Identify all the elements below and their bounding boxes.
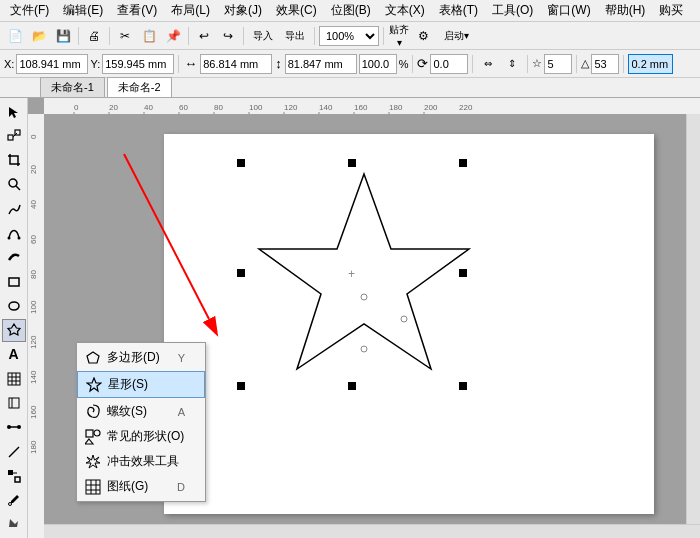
sep-p4: [527, 55, 528, 73]
measure-tool[interactable]: [2, 440, 26, 463]
svg-line-4: [16, 186, 20, 190]
svg-point-69: [94, 430, 100, 436]
ctx-polygon-label: 多边形(D): [107, 349, 160, 366]
scale-w-input[interactable]: [359, 54, 397, 74]
svg-text:20: 20: [109, 103, 118, 112]
eyedropper-tool[interactable]: [2, 489, 26, 512]
fill-tool[interactable]: [2, 513, 26, 536]
tab-unnamed2[interactable]: 未命名-2: [107, 77, 172, 97]
rect-tool[interactable]: [2, 270, 26, 293]
svg-text:80: 80: [29, 270, 38, 279]
mirror-h-btn[interactable]: ⇔: [477, 53, 499, 75]
ctx-polygon[interactable]: 多边形(D) Y: [77, 345, 205, 370]
menu-tools[interactable]: 工具(O): [486, 0, 539, 21]
menu-table[interactable]: 表格(T): [433, 0, 484, 21]
freehand-tool[interactable]: [2, 197, 26, 220]
svg-point-62: [401, 316, 407, 322]
menu-window[interactable]: 窗口(W): [541, 0, 596, 21]
svg-text:100: 100: [249, 103, 263, 112]
svg-point-18: [7, 425, 11, 429]
sep2: [109, 27, 110, 45]
ctx-spiral-shortcut: A: [178, 406, 185, 418]
interactive-tool[interactable]: [2, 464, 26, 487]
options-btn[interactable]: ⚙: [412, 25, 434, 47]
cut-btn[interactable]: ✂: [114, 25, 136, 47]
zoom-tool[interactable]: [2, 173, 26, 196]
star-icon-small: ☆: [532, 57, 542, 70]
scrollbar-horizontal[interactable]: [44, 524, 700, 538]
ctx-shapes[interactable]: 常见的形状(O): [77, 424, 205, 449]
menu-object[interactable]: 对象(J): [218, 0, 268, 21]
menu-view[interactable]: 查看(V): [111, 0, 163, 21]
svg-text:0: 0: [74, 103, 79, 112]
y-input[interactable]: [102, 54, 174, 74]
text-tool[interactable]: A: [2, 343, 26, 366]
export-btn[interactable]: 导出: [280, 25, 310, 47]
node-tool[interactable]: [2, 124, 26, 147]
save-btn[interactable]: 💾: [52, 25, 74, 47]
menu-buy[interactable]: 购买: [653, 0, 689, 21]
new-btn[interactable]: 📄: [4, 25, 26, 47]
menubar: 文件(F) 编辑(E) 查看(V) 布局(L) 对象(J) 效果(C) 位图(B…: [0, 0, 700, 22]
undo-btn[interactable]: ↩: [193, 25, 215, 47]
ellipse-tool[interactable]: [2, 294, 26, 317]
sep-p1: [178, 55, 179, 73]
start-btn[interactable]: 启动▾: [436, 25, 476, 47]
scrollbar-vertical[interactable]: [686, 114, 700, 524]
ctx-star[interactable]: 星形(S): [77, 371, 205, 398]
points-input[interactable]: [544, 54, 572, 74]
x-input[interactable]: [16, 54, 88, 74]
svg-marker-70: [85, 439, 93, 444]
menu-text[interactable]: 文本(X): [379, 0, 431, 21]
copy-btn[interactable]: 📋: [138, 25, 160, 47]
parallel-tool[interactable]: [2, 391, 26, 414]
angle-input[interactable]: [430, 54, 468, 74]
triangle-icon: △: [581, 57, 589, 70]
sep-p2: [412, 55, 413, 73]
menu-help[interactable]: 帮助(H): [599, 0, 652, 21]
svg-rect-25: [44, 98, 700, 114]
connector-tool[interactable]: [2, 416, 26, 439]
white-page: +: [164, 134, 654, 514]
select-tool[interactable]: [2, 100, 26, 123]
ruler-top: 0 20 40 60 80 100 120 140 160 180 200 22…: [44, 98, 700, 114]
table-tool[interactable]: [2, 367, 26, 390]
angle-icon: ⟳: [417, 56, 428, 71]
zoom-dropdown[interactable]: 100% 50% 200%: [319, 26, 379, 46]
ctx-spiral[interactable]: 螺纹(S) A: [77, 399, 205, 424]
thickness-input[interactable]: [628, 54, 673, 74]
sharpness-input[interactable]: [591, 54, 619, 74]
svg-point-6: [17, 237, 20, 240]
svg-point-63: [361, 346, 367, 352]
tab-unnamed1[interactable]: 未命名-1: [40, 77, 105, 97]
w-input[interactable]: [200, 54, 272, 74]
menu-edit[interactable]: 编辑(E): [57, 0, 109, 21]
artisticmedia-tool[interactable]: [2, 246, 26, 269]
paste-btn[interactable]: 📌: [162, 25, 184, 47]
svg-marker-60: [259, 174, 469, 369]
svg-text:140: 140: [319, 103, 333, 112]
ctx-polygon-shortcut: Y: [178, 352, 185, 364]
h-input[interactable]: [285, 54, 357, 74]
import-btn[interactable]: 导入: [248, 25, 278, 47]
crop-tool[interactable]: [2, 149, 26, 172]
mirror-v-btn[interactable]: ⇕: [501, 53, 523, 75]
polygon-tool[interactable]: [2, 319, 26, 342]
ctx-grid[interactable]: 图纸(G) D: [77, 474, 205, 499]
svg-marker-9: [8, 324, 20, 335]
menu-file[interactable]: 文件(F): [4, 0, 55, 21]
svg-rect-7: [9, 278, 19, 286]
bezier-tool[interactable]: [2, 221, 26, 244]
menu-layout[interactable]: 布局(L): [165, 0, 216, 21]
snap-btn[interactable]: 贴齐▾: [388, 25, 410, 47]
menu-bitmap[interactable]: 位图(B): [325, 0, 377, 21]
svg-text:60: 60: [179, 103, 188, 112]
menu-effects[interactable]: 效果(C): [270, 0, 323, 21]
open-btn[interactable]: 📂: [28, 25, 50, 47]
print-btn[interactable]: 🖨: [83, 25, 105, 47]
ctx-impact[interactable]: 冲击效果工具: [77, 449, 205, 474]
svg-marker-67: [87, 378, 101, 391]
redo-btn[interactable]: ↪: [217, 25, 239, 47]
handle-tc: [348, 159, 356, 167]
star-shape[interactable]: [244, 164, 484, 424]
